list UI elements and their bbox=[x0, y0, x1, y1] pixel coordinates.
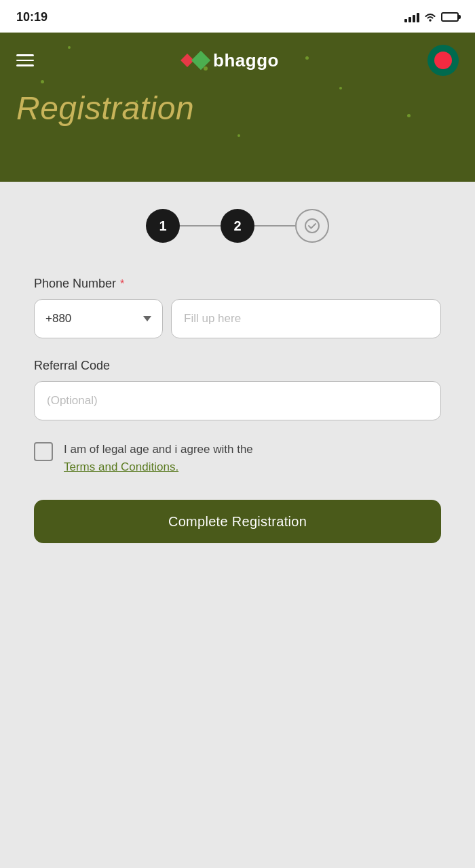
referral-section: Referral Code bbox=[34, 359, 441, 420]
main-content: 1 2 Phone Number * +880 Re bbox=[0, 182, 475, 584]
step-line-2 bbox=[254, 225, 295, 226]
terms-link[interactable]: Terms and Conditions. bbox=[64, 460, 178, 473]
signal-icon bbox=[404, 12, 419, 22]
flag-circle-inner bbox=[434, 52, 452, 69]
status-time: 10:19 bbox=[16, 10, 48, 24]
header: bhaggo Registration bbox=[0, 33, 475, 182]
check-icon bbox=[305, 218, 320, 233]
referral-label: Referral Code bbox=[34, 359, 441, 373]
logo-text: bhaggo bbox=[213, 50, 279, 71]
page-title: Registration bbox=[16, 90, 459, 127]
terms-checkbox[interactable] bbox=[34, 442, 53, 461]
svg-point-0 bbox=[429, 19, 432, 22]
step-1: 1 bbox=[146, 209, 180, 243]
status-icons bbox=[404, 12, 459, 22]
referral-input[interactable] bbox=[34, 381, 441, 420]
submit-button[interactable]: Complete Registration bbox=[34, 500, 441, 543]
country-code-value: +880 bbox=[45, 312, 71, 326]
hamburger-menu[interactable] bbox=[16, 54, 34, 66]
flag-icon[interactable] bbox=[428, 45, 459, 76]
terms-label: I am of legal age and i agree with the T… bbox=[64, 441, 253, 475]
step-indicator: 1 2 bbox=[34, 209, 441, 243]
required-star: * bbox=[120, 278, 124, 290]
logo: bhaggo bbox=[183, 50, 279, 71]
logo-diamonds bbox=[183, 54, 208, 67]
phone-input[interactable] bbox=[171, 299, 441, 338]
country-code-select[interactable]: +880 bbox=[34, 299, 163, 338]
phone-label: Phone Number * bbox=[34, 277, 441, 291]
chevron-down-icon bbox=[143, 316, 151, 321]
terms-checkbox-row: I am of legal age and i agree with the T… bbox=[34, 441, 441, 475]
header-top: bhaggo bbox=[16, 45, 459, 76]
step-3-check bbox=[295, 209, 329, 243]
wifi-icon bbox=[423, 12, 437, 22]
step-2: 2 bbox=[221, 209, 254, 243]
status-bar: 10:19 bbox=[0, 0, 475, 33]
phone-section: Phone Number * +880 bbox=[34, 277, 441, 338]
step-line-1 bbox=[180, 225, 221, 226]
svg-point-1 bbox=[305, 219, 319, 233]
diamond-green-icon bbox=[191, 51, 210, 70]
battery-icon bbox=[441, 12, 459, 22]
phone-row: +880 bbox=[34, 299, 441, 338]
